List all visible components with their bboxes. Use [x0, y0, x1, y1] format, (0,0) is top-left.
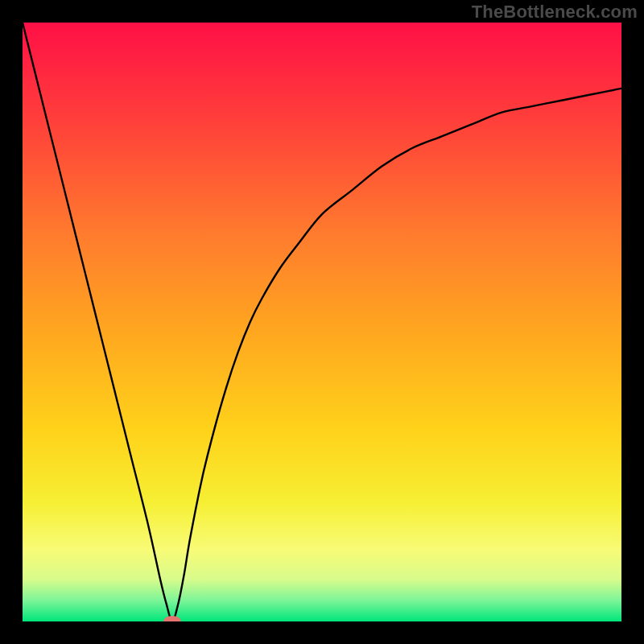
gradient-background	[23, 23, 621, 621]
plot-area	[23, 23, 621, 621]
watermark-text: TheBottleneck.com	[472, 2, 638, 23]
chart-svg	[23, 23, 621, 621]
chart-frame: TheBottleneck.com	[0, 0, 644, 644]
